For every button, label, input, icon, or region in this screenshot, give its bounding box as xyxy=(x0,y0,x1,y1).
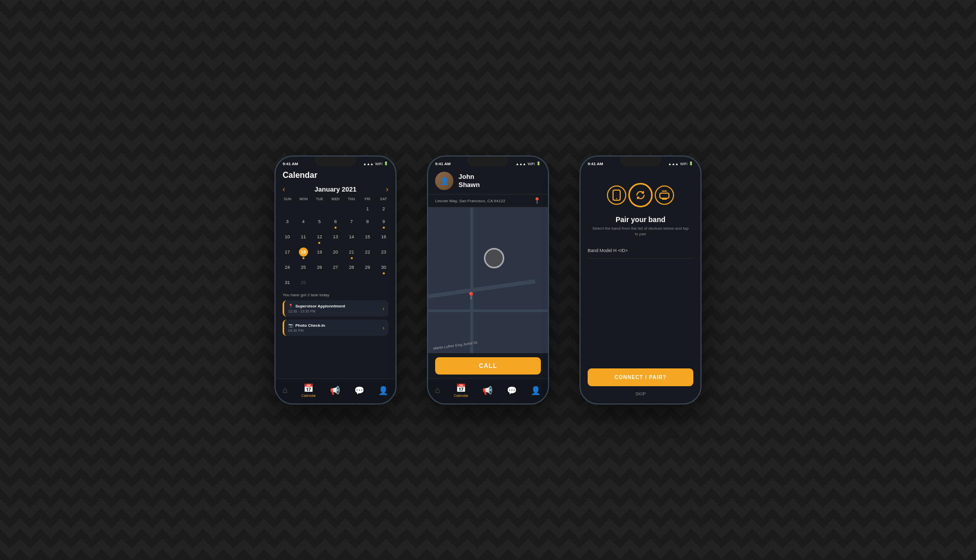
task-name-1: 📍 Supervisor Appionntment xyxy=(288,304,383,308)
task-content-1: 📍 Supervisor Appionntment 12:30 - 13:30 … xyxy=(288,304,383,313)
task-content-2: 📷 Photo Check-In 04:30 PM xyxy=(288,323,383,332)
nav-chat-2[interactable]: 💬 xyxy=(507,386,517,395)
cal-day-empty xyxy=(344,203,359,215)
phone3-screen: 9:41 AM ▲▲▲ WiFi 🔋 xyxy=(581,157,700,403)
device-item-1[interactable]: Band Model H <ID> xyxy=(588,243,693,259)
cal-day-14[interactable]: 14 xyxy=(344,231,359,245)
calendar-title: Calendar xyxy=(283,171,388,180)
cal-day-23[interactable]: 23 xyxy=(376,246,391,261)
battery-icon-3: 🔋 xyxy=(689,162,693,166)
map-pin-icon: 📍 xyxy=(467,292,475,300)
phones-container: 9:41 AM ▲▲▲ WiFi 🔋 Calendar ‹ January 20… xyxy=(274,155,702,405)
task-camera-icon: 📷 xyxy=(288,323,293,328)
cal-day-15[interactable]: 15 xyxy=(360,231,376,245)
signal-icon: ▲▲▲ xyxy=(363,162,374,166)
bottom-nav-2: ⌂ 📅 Calendar 📢 💬 👤 xyxy=(428,379,548,403)
call-button[interactable]: CALL xyxy=(435,357,541,375)
nav-profile-2[interactable]: 👤 xyxy=(531,386,541,395)
alert-icon-2: 📢 xyxy=(482,386,493,395)
phone-calendar: 9:41 AM ▲▲▲ WiFi 🔋 Calendar ‹ January 20… xyxy=(274,155,396,405)
status-time-3: 9:41 AM xyxy=(588,162,603,166)
nav-calendar-2[interactable]: 📅 Calendar xyxy=(454,383,468,397)
cal-day-20[interactable]: 20 xyxy=(328,246,344,261)
cal-day-17[interactable]: 17 xyxy=(280,246,295,261)
home-icon-1: ⌂ xyxy=(283,386,288,395)
nav-calendar-label-1: Calendar xyxy=(301,394,316,397)
chat-icon-2: 💬 xyxy=(507,386,517,395)
cal-day-13[interactable]: 13 xyxy=(328,231,344,245)
cal-day-24[interactable]: 24 xyxy=(280,261,295,276)
cal-day-5[interactable]: 5 xyxy=(312,215,327,230)
day-sat: SAT xyxy=(376,196,391,202)
day-wed: WED xyxy=(327,196,343,202)
nav-home-2[interactable]: ⌂ xyxy=(435,386,440,395)
nav-home-1[interactable]: ⌂ xyxy=(283,386,288,395)
cal-day-31[interactable]: 31 xyxy=(280,276,295,289)
contact-header: 👤 JohnShawn xyxy=(428,168,548,194)
next-month-button[interactable]: › xyxy=(386,185,388,193)
cal-day-4[interactable]: 4 xyxy=(296,215,312,230)
cal-day-25[interactable]: 25 xyxy=(296,261,312,276)
cal-day-18-today[interactable]: 18 xyxy=(296,246,312,261)
cal-day-11[interactable]: 11 xyxy=(296,231,312,245)
pair-subtitle: Select the band from the list of devices… xyxy=(581,226,700,237)
sync-icon xyxy=(628,183,653,207)
task-item-1[interactable]: 📍 Supervisor Appionntment 12:30 - 13:30 … xyxy=(283,300,388,317)
calendar-grid: 1 2 3 4 5 6 7 8 9 10 11 12 13 14 15 16 1… xyxy=(276,203,395,289)
skip-button[interactable]: SKIP xyxy=(581,388,700,399)
cal-day-6[interactable]: 6 xyxy=(328,215,344,230)
cal-day-7[interactable]: 7 xyxy=(344,215,359,230)
signal-icon-3: ▲▲▲ xyxy=(668,162,679,166)
status-icons-3: ▲▲▲ WiFi 🔋 xyxy=(668,162,693,166)
status-icons-2: ▲▲▲ WiFi 🔋 xyxy=(515,162,541,166)
cal-day-22[interactable]: 22 xyxy=(360,246,376,261)
map-background: 📍 Martin Luther King Junior Dr. xyxy=(428,207,548,353)
cal-day-2[interactable]: 2 xyxy=(376,203,391,215)
task-time-2: 04:30 PM xyxy=(288,329,383,332)
signal-icon-2: ▲▲▲ xyxy=(515,162,526,166)
nav-chat-1[interactable]: 💬 xyxy=(354,386,364,395)
alert-icon-1: 📢 xyxy=(330,386,340,395)
cal-day-26[interactable]: 26 xyxy=(312,261,327,276)
profile-icon-2: 👤 xyxy=(531,386,541,395)
month-nav: ‹ January 2021 › xyxy=(276,182,395,196)
cal-day-12[interactable]: 12 xyxy=(312,231,327,245)
svg-point-1 xyxy=(616,198,617,199)
cal-day-9[interactable]: 9 xyxy=(376,215,391,230)
cal-day-19[interactable]: 19 xyxy=(312,246,327,261)
task-name-2: 📷 Photo Check-In xyxy=(288,323,383,328)
status-icons-1: ▲▲▲ WiFi 🔋 xyxy=(363,162,388,166)
nav-alert-1[interactable]: 📢 xyxy=(330,386,340,395)
cal-day-3[interactable]: 3 xyxy=(280,215,295,230)
cal-day-21[interactable]: 21 xyxy=(344,246,359,261)
bottom-nav-1: ⌂ 📅 Calendar 📢 💬 👤 xyxy=(276,379,395,403)
cal-day-8[interactable]: 8 xyxy=(360,215,376,230)
nav-profile-1[interactable]: 👤 xyxy=(378,386,388,395)
prev-month-button[interactable]: ‹ xyxy=(283,185,285,193)
cal-day-next-25: 25 xyxy=(296,276,312,289)
phone-map: 9:41 AM ▲▲▲ WiFi 🔋 👤 JohnShawn Lincoln W… xyxy=(427,155,549,405)
tasks-section: You have got 2 task today 📍 Supervisor A… xyxy=(276,289,395,379)
cal-day-28[interactable]: 28 xyxy=(344,261,359,276)
cal-day-1[interactable]: 1 xyxy=(360,203,376,215)
wifi-icon-3: WiFi xyxy=(680,162,687,166)
cal-day-16[interactable]: 16 xyxy=(376,231,391,245)
cal-day-27[interactable]: 27 xyxy=(328,261,344,276)
day-fri: FRI xyxy=(359,196,375,202)
cal-day-30[interactable]: 30 xyxy=(376,261,391,276)
phone-notch-2 xyxy=(468,157,508,167)
connect-button[interactable]: CONNECT / PAIR? xyxy=(588,368,693,386)
nav-alert-2[interactable]: 📢 xyxy=(482,386,493,395)
map-road-vertical xyxy=(470,207,473,353)
nav-calendar-1[interactable]: 📅 Calendar xyxy=(301,383,316,397)
cal-day-10[interactable]: 10 xyxy=(280,231,295,245)
calendar-icon-2: 📅 xyxy=(456,383,466,393)
tasks-label: You have got 2 task today xyxy=(283,293,388,297)
month-label: January 2021 xyxy=(315,185,356,193)
band-icon xyxy=(655,185,674,205)
cal-day-29[interactable]: 29 xyxy=(360,261,376,276)
day-headers: SUN MON TUE WED THU FRI SAT xyxy=(276,196,395,202)
phone-notch-3 xyxy=(620,157,661,167)
status-time-2: 9:41 AM xyxy=(435,162,450,166)
task-item-2[interactable]: 📷 Photo Check-In 04:30 PM › xyxy=(283,320,388,336)
